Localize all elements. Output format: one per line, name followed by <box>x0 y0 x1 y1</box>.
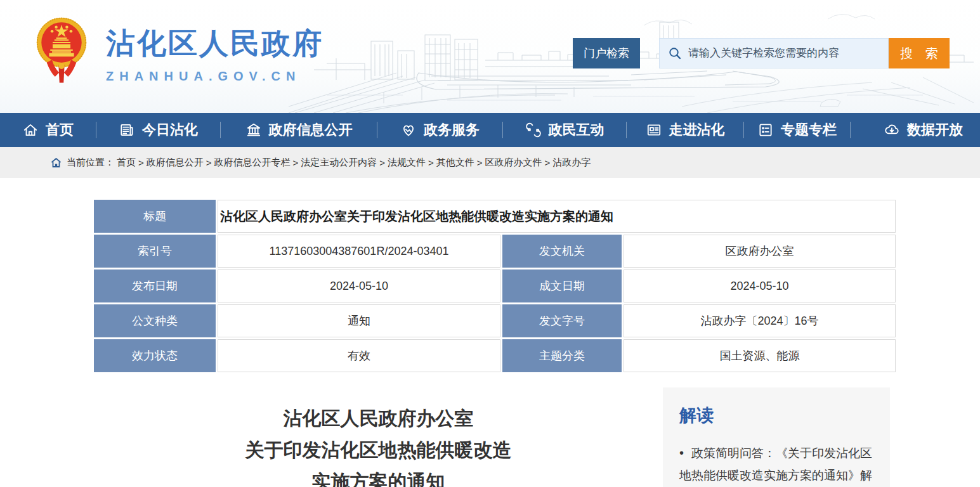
nav-label: 政民互动 <box>549 120 604 140</box>
meta-value-publish-date: 2024-05-10 <box>218 269 500 302</box>
crumb-separator: > <box>545 157 551 168</box>
search-icon <box>668 46 682 60</box>
nav-item-services[interactable]: 政务服务 <box>377 113 502 147</box>
crumb-separator: > <box>293 157 299 168</box>
main-nav: 首页 今日沾化 政府信息公开 政务服务 <box>0 113 980 147</box>
nav-label: 首页 <box>46 120 74 140</box>
nav-label: 专题专栏 <box>781 120 837 140</box>
crumb-home[interactable]: 首页 <box>117 157 136 169</box>
document-body-area: 沾化区人民政府办公室 关于印发沾化区地热能供暖改造 实施方案的通知 解读 •政策… <box>94 387 890 487</box>
site-logo[interactable]: 沾化区人民政府 ZHANHUA.GOV.CN <box>35 15 323 86</box>
crumb-separator: > <box>206 157 212 168</box>
news-icon <box>119 122 135 138</box>
nav-label: 政府信息公开 <box>269 120 353 140</box>
crumb-separator: > <box>138 157 144 168</box>
document-metadata-table: 标题 沾化区人民政府办公室关于印发沾化区地热能供暖改造实施方案的通知 索引号 1… <box>94 200 890 372</box>
meta-label-title: 标题 <box>94 200 216 233</box>
document-title-line: 沾化区人民政府办公室 <box>94 403 663 434</box>
nav-label: 今日沾化 <box>142 120 198 140</box>
document-title-line: 实施方案的通知 <box>94 466 663 487</box>
interpretation-panel: 解读 •政策简明问答：《关于印发沾化区地热能供暖改造实施方案的通知》解读 <box>663 387 890 487</box>
site-header: 沾化区人民政府 ZHANHUA.GOV.CN 门户检索 搜 索 <box>0 0 980 113</box>
breadcrumb: 当前位置： 首页 > 政府信息公开 > 政府信息公开专栏 > 法定主动公开内容 … <box>0 147 980 178</box>
meta-value-issuing-agency: 区政府办公室 <box>624 235 896 268</box>
meta-label-issuing-agency: 发文机关 <box>502 235 622 268</box>
meta-label-index-no: 索引号 <box>94 235 216 268</box>
meta-label-validity: 效力状态 <box>94 339 216 372</box>
bullet-icon: • <box>679 446 684 460</box>
nav-label: 走进沾化 <box>669 120 725 140</box>
nav-item-home[interactable]: 首页 <box>0 113 96 147</box>
interpretation-link-text: 政策简明问答：《关于印发沾化区地热能供暖改造实施方案的通知》解读 <box>679 446 872 487</box>
nav-item-interaction[interactable]: 政民互动 <box>503 113 626 147</box>
crumb-district-office-files[interactable]: 区政府办文件 <box>485 157 542 169</box>
meta-label-subject-category: 主题分类 <box>502 339 622 372</box>
list-icon <box>757 122 774 138</box>
crumb-separator: > <box>428 157 434 168</box>
meta-value-doc-number: 沾政办字〔2024〕16号 <box>624 304 896 337</box>
gov-building-icon <box>245 122 262 138</box>
interaction-icon <box>525 122 542 138</box>
meta-label-doc-number: 发文字号 <box>502 304 622 337</box>
search-box <box>659 38 889 68</box>
site-name: 沾化区人民政府 <box>106 24 323 63</box>
crumb-gov-info-column[interactable]: 政府信息公开专栏 <box>214 157 291 169</box>
interpretation-link[interactable]: •政策简明问答：《关于印发沾化区地热能供暖改造实施方案的通知》解读 <box>679 442 873 487</box>
portal-search-button[interactable]: 门户检索 <box>573 38 640 68</box>
site-domain: ZHANHUA.GOV.CN <box>106 69 323 84</box>
nav-item-gov-info[interactable]: 政府信息公开 <box>221 113 377 147</box>
document-title: 沾化区人民政府办公室 关于印发沾化区地热能供暖改造 实施方案的通知 <box>94 387 663 487</box>
crumb-gov-info[interactable]: 政府信息公开 <box>147 157 204 169</box>
national-emblem-icon <box>35 15 88 86</box>
crumb-regulations[interactable]: 法规文件 <box>388 157 426 169</box>
nav-label: 数据开放 <box>907 120 963 140</box>
location-home-icon <box>51 158 62 168</box>
meta-value-index-no: 11371603004387601R/2024-03401 <box>218 235 500 268</box>
handshake-heart-icon <box>400 122 417 138</box>
nav-item-about[interactable]: 走进沾化 <box>627 113 743 147</box>
nav-label: 政务服务 <box>424 120 480 140</box>
document-title-line: 关于印发沾化区地热能供暖改造 <box>94 434 663 466</box>
crumb-separator: > <box>379 157 385 168</box>
crumb-zhanzhengbanzi[interactable]: 沾政办字 <box>552 157 591 169</box>
search-input[interactable] <box>688 47 880 60</box>
card-icon <box>646 122 662 138</box>
crumb-other-files[interactable]: 其他文件 <box>436 157 474 169</box>
meta-value-written-date: 2024-05-10 <box>624 269 896 302</box>
breadcrumb-label: 当前位置： <box>67 157 114 169</box>
search-area: 门户检索 搜 索 <box>573 38 950 68</box>
meta-label-publish-date: 发布日期 <box>94 269 216 302</box>
nav-item-topics[interactable]: 专题专栏 <box>744 113 850 147</box>
meta-value-title: 沾化区人民政府办公室关于印发沾化区地热能供暖改造实施方案的通知 <box>218 200 896 233</box>
home-icon <box>22 122 39 138</box>
meta-label-written-date: 成文日期 <box>502 269 622 302</box>
crumb-separator: > <box>477 157 483 168</box>
meta-value-validity: 有效 <box>218 339 500 372</box>
cloud-download-icon <box>884 122 900 138</box>
meta-label-doc-type: 公文种类 <box>94 304 216 337</box>
search-submit-button[interactable]: 搜 索 <box>889 38 950 68</box>
nav-item-today[interactable]: 今日沾化 <box>96 113 220 147</box>
crumb-statutory-disclosure[interactable]: 法定主动公开内容 <box>301 157 377 169</box>
meta-value-subject-category: 国土资源、能源 <box>624 339 896 372</box>
interpretation-heading: 解读 <box>679 404 873 427</box>
meta-value-doc-type: 通知 <box>218 304 500 337</box>
nav-item-open-data[interactable]: 数据开放 <box>851 113 980 147</box>
